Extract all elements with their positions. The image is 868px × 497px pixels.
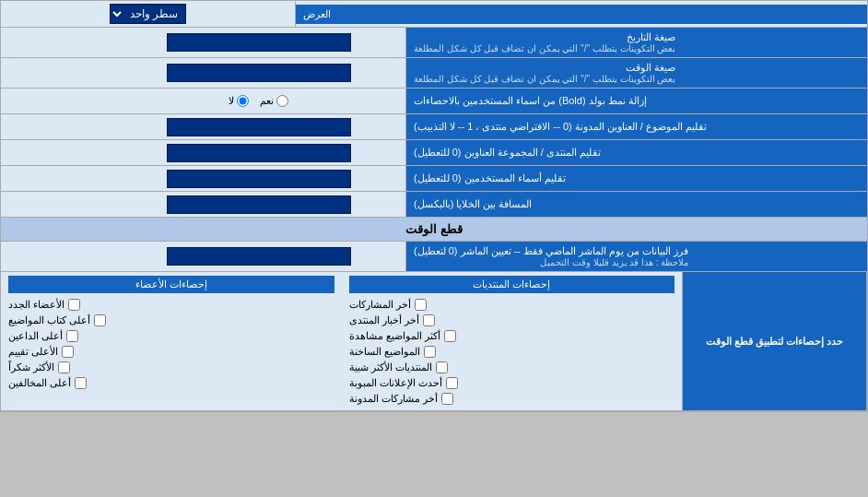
date-format-input[interactable]: d-m [167, 33, 351, 52]
top-visitors-checkbox[interactable] [75, 377, 87, 389]
most-thanked-checkbox[interactable] [58, 361, 70, 373]
last-forum-news-item: أخر أخبار المنتدى [349, 313, 675, 328]
topic-limit-label: تقليم الموضوع / العناوين المدونة (0 -- ا… [406, 114, 867, 139]
time-format-row: صيغة الوقت بعض التكوينات يتطلب "/" التي … [1, 58, 867, 89]
forum-stats-header: إحصاءات المنتديات [349, 276, 675, 293]
cell-padding-control: 2 [111, 192, 406, 217]
last-topics-item: المواضيع الساخنة [349, 344, 675, 360]
most-viewed-item: أكثر المواضيع مشاهدة [349, 328, 675, 344]
forum-group-limit-control: 33 [111, 140, 406, 165]
bold-removal-label: إزالة نمط بولد (Bold) من اسماء المستخدمي… [406, 89, 867, 113]
last-shares-checkbox[interactable] [415, 299, 427, 311]
top-posters-main-item: أعلى الداعين [8, 328, 334, 344]
cut-days-label: فرز البيانات من يوم الماشر الماضي فقط --… [406, 242, 867, 271]
last-noted-shares-checkbox[interactable] [441, 393, 453, 405]
cut-days-row: فرز البيانات من يوم الماشر الماضي فقط --… [1, 242, 867, 272]
new-members-item: الأعضاء الجدد [8, 297, 334, 313]
most-similar-item: المنتديات الأكثر شبية [349, 360, 675, 375]
cut-time-section-header: قطع الوقت [1, 218, 867, 242]
main-container: العرض سطر واحد عدة أسطر صيغة التاريخ بعض… [0, 0, 868, 412]
display-mode-row: العرض سطر واحد عدة أسطر [1, 1, 867, 28]
top-visitors-item: أعلى المخالفين [8, 375, 334, 391]
new-members-checkbox[interactable] [68, 299, 80, 311]
time-format-control: H:i [111, 58, 406, 88]
last-shares-item: أخر المشاركات [349, 297, 675, 313]
most-thanked-item: الأكثر شكراً [8, 360, 334, 375]
latest-ads-item: أحدث الإعلانات المبوبة [349, 375, 675, 391]
topic-limit-row: تقليم الموضوع / العناوين المدونة (0 -- ا… [1, 114, 867, 140]
forum-group-limit-row: تقليم المنتدى / المجموعة العناوين (0 للت… [1, 140, 867, 166]
latest-ads-checkbox[interactable] [446, 377, 458, 389]
top-posters-main-checkbox[interactable] [66, 330, 78, 342]
username-limit-label: تقليم أسماء المستخدمين (0 للتعطيل) [406, 166, 867, 191]
date-format-control: d-m [111, 28, 406, 57]
cell-padding-input[interactable]: 2 [167, 195, 351, 214]
last-noted-shares-item: أخر مشاركات المدونة [349, 391, 675, 407]
top-posters-item: أعلى كتاب المواضيع [8, 313, 334, 328]
topic-limit-input[interactable]: 33 [167, 118, 351, 136]
username-limit-control: 0 [111, 166, 406, 191]
stats-grid: حدد إحصاءات لتطبيق قطع الوقت إحصاءات الم… [1, 272, 867, 410]
stats-section: حدد إحصاءات لتطبيق قطع الوقت إحصاءات الم… [1, 272, 867, 411]
member-stats-header: إحصاءات الأعضاء [8, 276, 334, 293]
display-mode-control: سطر واحد عدة أسطر [1, 1, 296, 27]
cell-padding-row: المسافة بين الخلايا (بالبكسل) 2 [1, 192, 867, 218]
last-topics-checkbox[interactable] [424, 346, 436, 358]
top-posters-checkbox[interactable] [94, 314, 106, 326]
time-format-label: صيغة الوقت بعض التكوينات يتطلب "/" التي … [406, 58, 867, 88]
bold-no-radio[interactable] [237, 95, 249, 107]
bold-yes-label: نعم [260, 95, 288, 107]
top-raters-item: الأعلى تقييم [8, 344, 334, 360]
cell-padding-label: المسافة بين الخلايا (بالبكسل) [406, 192, 867, 217]
bold-removal-control: نعم لا [111, 89, 406, 113]
username-limit-row: تقليم أسماء المستخدمين (0 للتعطيل) 0 [1, 166, 867, 192]
display-mode-select[interactable]: سطر واحد عدة أسطر [110, 4, 186, 24]
forum-group-limit-label: تقليم المنتدى / المجموعة العناوين (0 للت… [406, 140, 867, 165]
username-limit-input[interactable]: 0 [167, 170, 351, 188]
forum-group-limit-input[interactable]: 33 [167, 144, 351, 162]
most-similar-checkbox[interactable] [436, 361, 448, 373]
bold-yes-radio[interactable] [276, 95, 288, 107]
date-format-label: صيغة التاريخ بعض التكوينات يتطلب "/" الت… [406, 28, 867, 57]
cut-days-input[interactable]: 0 [167, 247, 351, 266]
date-format-row: صيغة التاريخ بعض التكوينات يتطلب "/" الت… [1, 28, 867, 58]
top-raters-checkbox[interactable] [62, 346, 74, 358]
most-viewed-checkbox[interactable] [444, 330, 456, 342]
bold-no-label: لا [229, 95, 249, 107]
cut-days-control: 0 [111, 242, 406, 271]
time-format-input[interactable]: H:i [167, 64, 351, 82]
stats-section-title-col: حدد إحصاءات لتطبيق قطع الوقت [683, 272, 867, 410]
forum-stats-col: إحصاءات المنتديات أخر المشاركات أخر أخبا… [342, 272, 684, 410]
topic-limit-control: 33 [111, 114, 406, 139]
display-mode-label: العرض [296, 5, 867, 24]
last-forum-news-checkbox[interactable] [423, 314, 435, 326]
member-stats-col: إحصاءات الأعضاء الأعضاء الجدد أعلى كتاب … [1, 272, 342, 410]
bold-removal-row: إزالة نمط بولد (Bold) من اسماء المستخدمي… [1, 89, 867, 114]
